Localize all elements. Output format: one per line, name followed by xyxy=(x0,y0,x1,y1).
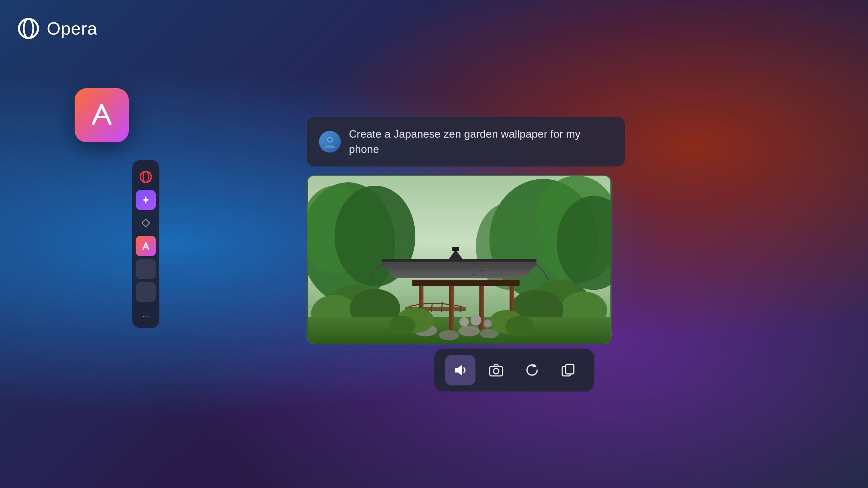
sidebar-more-label: ... xyxy=(142,310,149,319)
svg-point-53 xyxy=(484,319,492,327)
sidebar-item-tab2[interactable] xyxy=(136,282,156,302)
sidebar: ... xyxy=(132,160,159,328)
svg-point-56 xyxy=(493,368,499,374)
zen-garden-svg xyxy=(307,176,611,344)
svg-rect-60 xyxy=(566,364,574,374)
floating-app-icon[interactable] xyxy=(75,88,129,142)
svg-rect-5 xyxy=(142,219,150,227)
sidebar-item-diamond[interactable] xyxy=(136,213,156,233)
svg-line-31 xyxy=(441,302,442,312)
sidebar-item-aria[interactable] xyxy=(136,190,156,210)
copy-button[interactable] xyxy=(553,355,583,385)
user-avatar xyxy=(319,131,341,152)
svg-rect-47 xyxy=(452,247,459,251)
svg-line-33 xyxy=(460,306,461,312)
opera-logo-text: Opera xyxy=(47,18,98,39)
action-toolbar xyxy=(434,348,594,392)
sidebar-item-opera[interactable] xyxy=(136,167,156,187)
svg-point-49 xyxy=(389,316,415,334)
chat-message-text: Create a Japanese zen garden wallpaper f… xyxy=(349,126,613,157)
opera-logo-icon xyxy=(16,16,41,41)
copy-icon xyxy=(560,362,576,378)
svg-rect-40 xyxy=(382,259,536,262)
camera-button[interactable] xyxy=(481,355,511,385)
svg-rect-55 xyxy=(490,366,502,376)
sparkle-icon xyxy=(140,194,152,206)
refresh-icon xyxy=(524,362,540,378)
opera-icon xyxy=(139,170,152,183)
diamond-icon xyxy=(140,217,152,229)
volume-icon xyxy=(452,362,468,378)
artstudio-icon xyxy=(86,100,117,130)
generated-image xyxy=(307,175,612,344)
chat-bubble: Create a Japanese zen garden wallpaper f… xyxy=(307,117,625,167)
svg-point-7 xyxy=(328,138,332,141)
avatar-icon xyxy=(322,134,337,149)
svg-point-25 xyxy=(458,325,480,336)
main-content: Create a Japanese zen garden wallpaper f… xyxy=(307,117,625,371)
sidebar-item-artstudio[interactable] xyxy=(136,236,156,256)
speak-button[interactable] xyxy=(445,355,475,385)
artstudio-small-icon xyxy=(140,241,151,251)
svg-point-24 xyxy=(439,330,459,340)
sidebar-more-button[interactable]: ... xyxy=(136,308,156,321)
camera-icon xyxy=(488,362,504,378)
refresh-button[interactable] xyxy=(517,355,547,385)
svg-point-54 xyxy=(459,317,469,326)
svg-point-4 xyxy=(143,171,149,182)
image-section xyxy=(307,175,625,371)
svg-rect-35 xyxy=(449,283,454,330)
svg-rect-38 xyxy=(412,280,519,286)
svg-point-3 xyxy=(140,171,151,182)
svg-line-30 xyxy=(432,303,432,312)
opera-logo: Opera xyxy=(16,16,98,41)
svg-point-52 xyxy=(471,314,481,325)
sidebar-item-tab1[interactable] xyxy=(136,259,156,279)
svg-point-51 xyxy=(506,316,534,336)
